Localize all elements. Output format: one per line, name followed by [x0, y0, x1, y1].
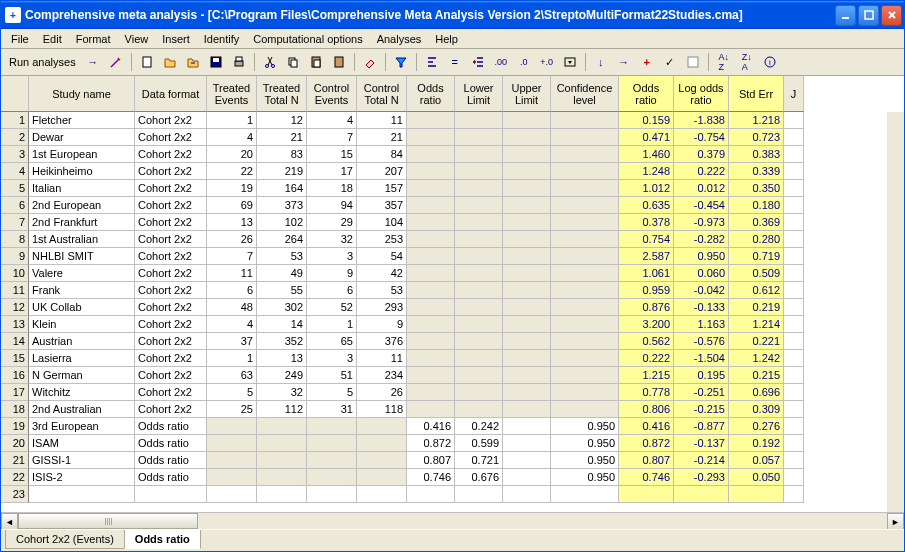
data-cell[interactable]: 26 [357, 384, 407, 401]
data-cell[interactable] [503, 350, 551, 367]
data-cell[interactable] [503, 180, 551, 197]
column-header[interactable]: Upper Limit [503, 76, 551, 112]
data-cell[interactable]: 0.696 [729, 384, 784, 401]
data-cell[interactable] [551, 197, 619, 214]
data-cell[interactable]: Cohort 2x2 [135, 282, 207, 299]
data-cell[interactable]: 0.807 [407, 452, 455, 469]
data-cell[interactable] [357, 486, 407, 503]
data-cell[interactable]: Lasierra [29, 350, 135, 367]
data-cell[interactable]: 21 [257, 129, 307, 146]
data-cell[interactable]: 21 [357, 129, 407, 146]
data-cell[interactable]: 0.950 [551, 452, 619, 469]
menu-computational-options[interactable]: Computational options [247, 31, 368, 47]
data-cell[interactable] [29, 486, 135, 503]
data-cell[interactable] [307, 452, 357, 469]
data-cell[interactable] [407, 231, 455, 248]
data-cell[interactable]: 6 [307, 282, 357, 299]
data-cell[interactable] [503, 367, 551, 384]
data-cell[interactable]: -0.282 [674, 231, 729, 248]
row-number[interactable]: 18 [1, 401, 29, 418]
data-cell[interactable] [784, 299, 804, 316]
scrollbar-vertical[interactable] [887, 112, 904, 512]
data-cell[interactable]: -0.137 [674, 435, 729, 452]
data-cell[interactable] [357, 469, 407, 486]
data-cell[interactable] [784, 214, 804, 231]
data-cell[interactable]: Cohort 2x2 [135, 367, 207, 384]
data-cell[interactable] [551, 112, 619, 129]
data-cell[interactable]: 17 [307, 163, 357, 180]
data-cell[interactable] [307, 435, 357, 452]
data-cell[interactable]: 32 [257, 384, 307, 401]
data-cell[interactable]: Odds ratio [135, 469, 207, 486]
data-cell[interactable] [784, 282, 804, 299]
data-cell[interactable] [784, 146, 804, 163]
data-cell[interactable]: 26 [207, 231, 257, 248]
data-cell[interactable] [503, 197, 551, 214]
data-cell[interactable] [207, 452, 257, 469]
data-cell[interactable] [674, 486, 729, 503]
tab-odds-ratio[interactable]: Odds ratio [124, 530, 201, 549]
menu-insert[interactable]: Insert [156, 31, 196, 47]
data-cell[interactable] [455, 146, 503, 163]
data-cell[interactable] [455, 401, 503, 418]
data-cell[interactable]: Cohort 2x2 [135, 146, 207, 163]
sort-za-icon[interactable]: Z↓A [737, 52, 757, 72]
data-cell[interactable]: Cohort 2x2 [135, 265, 207, 282]
paste-icon[interactable] [306, 52, 326, 72]
arrow-right-icon[interactable]: → [83, 52, 103, 72]
row-number[interactable]: 16 [1, 367, 29, 384]
data-cell[interactable]: 55 [257, 282, 307, 299]
data-cell[interactable]: 0.060 [674, 265, 729, 282]
data-cell[interactable]: Cohort 2x2 [135, 401, 207, 418]
row-number[interactable]: 12 [1, 299, 29, 316]
data-cell[interactable]: 11 [357, 112, 407, 129]
data-cell[interactable]: 1.218 [729, 112, 784, 129]
data-cell[interactable] [503, 214, 551, 231]
data-cell[interactable]: Austrian [29, 333, 135, 350]
data-cell[interactable] [784, 316, 804, 333]
data-cell[interactable] [455, 350, 503, 367]
data-cell[interactable]: 11 [357, 350, 407, 367]
data-cell[interactable]: 0.416 [619, 418, 674, 435]
data-cell[interactable]: 19 [207, 180, 257, 197]
data-cell[interactable] [503, 163, 551, 180]
data-cell[interactable]: Valere [29, 265, 135, 282]
row-number[interactable]: 8 [1, 231, 29, 248]
info-icon[interactable]: i [760, 52, 780, 72]
data-cell[interactable] [407, 180, 455, 197]
data-cell[interactable] [455, 299, 503, 316]
data-cell[interactable]: 0.746 [619, 469, 674, 486]
data-cell[interactable] [503, 146, 551, 163]
data-cell[interactable] [407, 316, 455, 333]
data-cell[interactable]: 0.222 [674, 163, 729, 180]
data-cell[interactable]: 1st European [29, 146, 135, 163]
data-cell[interactable] [551, 401, 619, 418]
data-cell[interactable]: 118 [357, 401, 407, 418]
data-cell[interactable] [503, 401, 551, 418]
data-cell[interactable]: 1.460 [619, 146, 674, 163]
column-header[interactable]: Std Err [729, 76, 784, 112]
data-cell[interactable]: 0.378 [619, 214, 674, 231]
data-cell[interactable] [257, 452, 307, 469]
menu-identify[interactable]: Identify [198, 31, 245, 47]
data-cell[interactable]: 112 [257, 401, 307, 418]
data-cell[interactable]: 264 [257, 231, 307, 248]
data-cell[interactable]: -0.576 [674, 333, 729, 350]
data-cell[interactable]: 83 [257, 146, 307, 163]
data-cell[interactable]: Odds ratio [135, 452, 207, 469]
data-cell[interactable] [503, 469, 551, 486]
data-cell[interactable]: Cohort 2x2 [135, 180, 207, 197]
scroll-thumb[interactable] [18, 513, 198, 529]
data-cell[interactable]: 0.219 [729, 299, 784, 316]
data-cell[interactable] [729, 486, 784, 503]
data-cell[interactable] [407, 197, 455, 214]
data-cell[interactable]: 0.950 [551, 435, 619, 452]
data-cell[interactable]: 1.012 [619, 180, 674, 197]
data-cell[interactable]: 253 [357, 231, 407, 248]
data-cell[interactable] [784, 350, 804, 367]
data-cell[interactable] [503, 333, 551, 350]
data-cell[interactable]: Cohort 2x2 [135, 299, 207, 316]
data-cell[interactable] [784, 401, 804, 418]
data-cell[interactable] [503, 231, 551, 248]
data-cell[interactable] [551, 231, 619, 248]
